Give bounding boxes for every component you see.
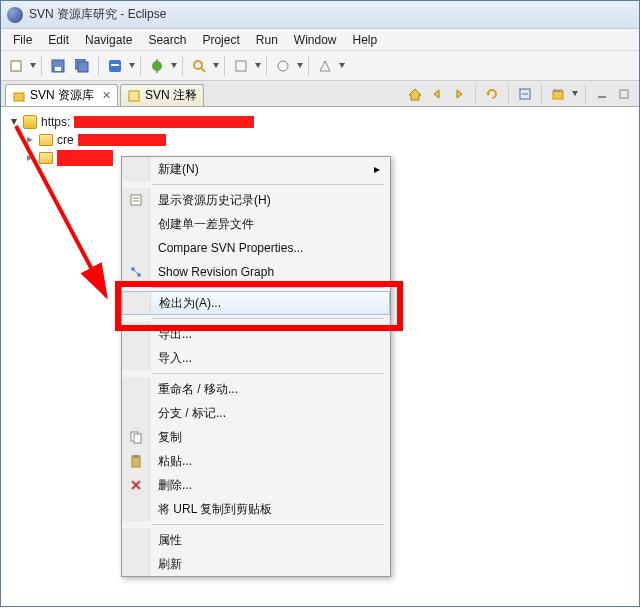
dropdown-icon[interactable] xyxy=(213,63,219,69)
save-button[interactable] xyxy=(47,55,69,77)
graph-icon xyxy=(129,265,143,279)
menu-navigate[interactable]: Navigate xyxy=(77,31,140,49)
minimize-icon[interactable] xyxy=(593,85,611,103)
redacted-text xyxy=(78,134,166,146)
menu-checkout[interactable]: 检出为(A)... xyxy=(122,291,390,315)
menu-branch[interactable]: 分支 / 标记... xyxy=(122,401,390,425)
svg-marker-25 xyxy=(434,90,439,98)
menu-refresh[interactable]: 刷新 xyxy=(122,552,390,576)
menu-edit[interactable]: Edit xyxy=(40,31,77,49)
svg-text:svn: svn xyxy=(553,87,562,93)
maximize-icon[interactable] xyxy=(615,85,633,103)
eclipse-window: SVN 资源库研究 - Eclipse File Edit Navigate S… xyxy=(0,0,640,607)
menu-help[interactable]: Help xyxy=(345,31,386,49)
menu-paste[interactable]: 粘贴... xyxy=(122,449,390,473)
svg-marker-17 xyxy=(255,63,261,68)
twisty-open-icon[interactable] xyxy=(9,117,19,127)
save-all-button[interactable] xyxy=(71,55,93,77)
svg-rect-16 xyxy=(236,61,246,71)
svg-rect-0 xyxy=(11,61,21,71)
svg-point-13 xyxy=(194,61,202,69)
dropdown-icon[interactable] xyxy=(255,63,261,69)
svg-marker-36 xyxy=(27,137,33,143)
tree-folder[interactable]: cre xyxy=(25,131,631,149)
menu-compare-properties[interactable]: Compare SVN Properties... xyxy=(122,236,390,260)
view-toolbar: svn xyxy=(406,84,633,104)
svg-rect-7 xyxy=(111,64,119,66)
dropdown-icon[interactable] xyxy=(129,63,135,69)
search-button[interactable] xyxy=(188,55,210,77)
menu-project[interactable]: Project xyxy=(194,31,247,49)
tree-root[interactable]: https: xyxy=(9,113,631,131)
twisty-closed-icon[interactable] xyxy=(25,135,35,145)
tool3-button[interactable] xyxy=(314,55,336,77)
menu-copy[interactable]: 复制 xyxy=(122,425,390,449)
tab-svn-annotate[interactable]: SVN 注释 xyxy=(120,84,204,106)
close-icon[interactable]: ✕ xyxy=(102,89,111,102)
dropdown-icon[interactable] xyxy=(339,63,345,69)
debug-button[interactable] xyxy=(146,55,168,77)
menu-revision-graph[interactable]: Show Revision Graph xyxy=(122,260,390,284)
submenu-arrow-icon: ▸ xyxy=(374,162,380,176)
svg-rect-34 xyxy=(620,90,628,98)
collapse-icon[interactable] xyxy=(516,85,534,103)
home-icon[interactable] xyxy=(406,85,424,103)
titlebar: SVN 资源库研究 - Eclipse xyxy=(1,1,639,29)
svg-marker-27 xyxy=(486,93,490,96)
svg-rect-3 xyxy=(55,67,61,71)
svg-marker-8 xyxy=(129,63,135,68)
menu-history[interactable]: 显示资源历史记录(H) xyxy=(122,188,390,212)
back-icon[interactable] xyxy=(428,85,446,103)
refresh-icon[interactable] xyxy=(483,85,501,103)
svg-marker-35 xyxy=(11,119,17,125)
svg-line-14 xyxy=(201,68,205,72)
dropdown-icon[interactable] xyxy=(572,91,578,97)
menu-properties[interactable]: 属性 xyxy=(122,528,390,552)
svg-rect-45 xyxy=(134,434,141,443)
dropdown-icon[interactable] xyxy=(30,63,36,69)
menu-file[interactable]: File xyxy=(5,31,40,49)
menu-run[interactable]: Run xyxy=(248,31,286,49)
tool2-button[interactable] xyxy=(272,55,294,77)
forward-icon[interactable] xyxy=(450,85,468,103)
svg-marker-15 xyxy=(213,63,219,68)
svg-rect-22 xyxy=(14,93,24,101)
svg-marker-12 xyxy=(171,63,177,68)
dropdown-icon[interactable] xyxy=(171,63,177,69)
paste-icon xyxy=(129,454,143,468)
dropdown-icon[interactable] xyxy=(297,63,303,69)
new-button[interactable] xyxy=(5,55,27,77)
menu-delete[interactable]: 删除... xyxy=(122,473,390,497)
menu-rename[interactable]: 重命名 / 移动... xyxy=(122,377,390,401)
svg-marker-24 xyxy=(409,89,421,100)
toggle-button[interactable] xyxy=(104,55,126,77)
repo-tab-icon xyxy=(12,89,26,103)
toolbar xyxy=(1,51,639,81)
tool-button[interactable] xyxy=(230,55,252,77)
svg-marker-26 xyxy=(457,90,462,98)
svg-point-18 xyxy=(278,61,288,71)
delete-icon xyxy=(129,478,143,492)
menu-import[interactable]: 导入... xyxy=(122,346,390,370)
menu-copy-url[interactable]: 将 URL 复制到剪贴板 xyxy=(122,497,390,521)
tab-svn-repo[interactable]: SVN 资源库 ✕ xyxy=(5,84,118,106)
history-icon xyxy=(129,193,143,207)
menu-window[interactable]: Window xyxy=(286,31,345,49)
folder-icon xyxy=(39,152,53,164)
twisty-closed-icon[interactable] xyxy=(25,153,35,163)
svg-marker-19 xyxy=(297,63,303,68)
menu-export[interactable]: 导出... xyxy=(122,322,390,346)
new-repo-icon[interactable]: svn xyxy=(549,85,567,103)
tree-label: cre xyxy=(57,133,74,147)
menu-search[interactable]: Search xyxy=(140,31,194,49)
redacted-text xyxy=(74,116,254,128)
svg-rect-23 xyxy=(129,91,139,101)
svg-rect-47 xyxy=(134,455,138,458)
eclipse-icon xyxy=(7,7,23,23)
copy-icon xyxy=(129,430,143,444)
svg-point-9 xyxy=(152,61,162,71)
menu-new[interactable]: 新建(N) ▸ xyxy=(122,157,390,181)
menu-create-patch[interactable]: 创建单一差异文件 xyxy=(122,212,390,236)
tab-bar: SVN 资源库 ✕ SVN 注释 svn xyxy=(1,81,639,107)
tab-label: SVN 资源库 xyxy=(30,87,94,104)
